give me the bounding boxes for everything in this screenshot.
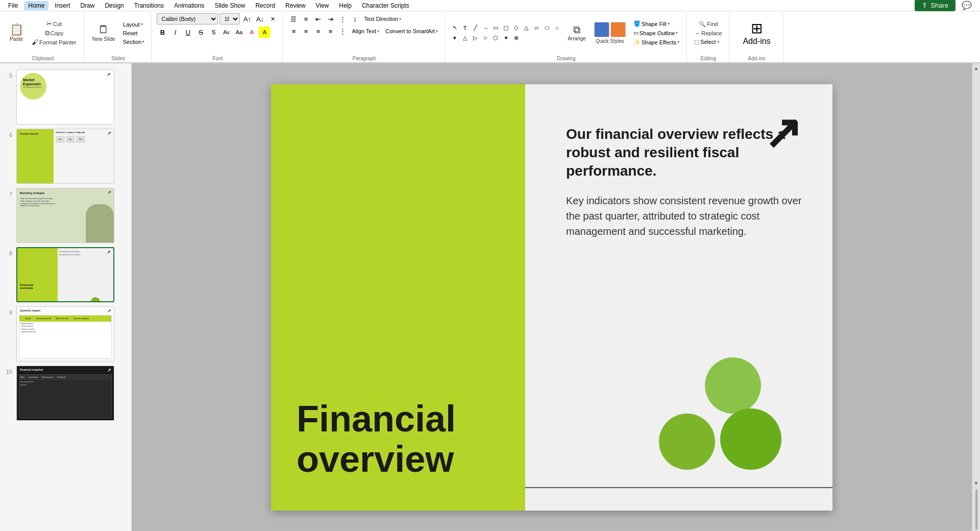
editing-group: 🔍 Find ↔ Replace ⬚ Select ▾ Editing <box>688 13 729 62</box>
font-family-select[interactable]: Calibri (Body) <box>157 13 218 25</box>
find-button[interactable]: 🔍 Find <box>692 20 725 29</box>
replace-button[interactable]: ↔ Replace <box>692 29 725 37</box>
text-direction-button[interactable]: Text Direction ▾ <box>361 15 404 23</box>
indent-decrease-button[interactable]: ⇤ <box>312 13 324 25</box>
slide-thumb-5[interactable]: MarketExpansion Unlocking new horizons ↗ <box>16 69 114 125</box>
char-spacing-button[interactable]: Av <box>220 27 232 38</box>
slide-item-8[interactable]: 8 Financialoverview Our financial overvi… <box>0 245 131 304</box>
scrollbar-thumb[interactable] <box>975 489 977 530</box>
shape-s4[interactable]: ⬡ <box>491 34 500 43</box>
bullets-button[interactable]: ☰ <box>288 13 299 25</box>
shadow-button[interactable]: S <box>208 27 219 38</box>
slide-thumb-7[interactable]: Marketing strategies • Implement persona… <box>16 188 114 243</box>
scrollbar-down[interactable]: ▼ <box>972 478 980 488</box>
increase-font-button[interactable]: A↑ <box>241 13 253 25</box>
slide-title[interactable]: Financial overview <box>297 399 500 479</box>
find-label: Find <box>707 21 718 27</box>
section-button[interactable]: Section ▾ <box>120 38 148 46</box>
columns-button[interactable]: ⋮ <box>337 13 348 25</box>
align-text-button[interactable]: Align Text ▾ <box>349 27 382 35</box>
shape-rect[interactable]: ▭ <box>491 23 500 33</box>
font-size-select[interactable]: 18 <box>219 13 240 25</box>
indent-increase-button[interactable]: ⇥ <box>325 13 336 25</box>
align-options-button[interactable]: ⋮ <box>337 26 348 37</box>
menu-help[interactable]: Help <box>335 1 356 10</box>
addins-button[interactable]: ⊞ Add-ins <box>734 18 778 48</box>
shape-s1[interactable]: △ <box>460 34 470 43</box>
shape-s6[interactable]: ⊕ <box>511 34 521 43</box>
shape-effects-button[interactable]: ✨ Shape Effects ▾ <box>631 38 682 46</box>
shape-line[interactable]: ╱ <box>471 23 480 33</box>
comments-button[interactable]: 💬 <box>958 1 976 10</box>
shape-s3[interactable]: ☆ <box>481 34 490 43</box>
strikethrough-button[interactable]: S <box>195 27 206 38</box>
qs-blue[interactable] <box>594 22 609 37</box>
shape-s2[interactable]: ▷ <box>471 34 480 43</box>
copy-button[interactable]: ⧉ Copy <box>29 29 80 37</box>
shape-round-rect[interactable]: ▢ <box>501 23 510 33</box>
shape-s5[interactable]: ✦ <box>501 34 510 43</box>
shape-triangle[interactable]: △ <box>522 23 531 33</box>
numbering-button[interactable]: ≡ <box>300 13 311 25</box>
qs-orange[interactable] <box>610 22 626 37</box>
quick-styles-button[interactable]: Quick Styles <box>591 18 629 49</box>
slide-item-5[interactable]: 5 MarketExpansion Unlocking new horizons… <box>0 67 131 127</box>
menu-draw[interactable]: Draw <box>76 1 99 10</box>
slide-body-text[interactable]: Key indicators show consistent revenue g… <box>566 193 802 239</box>
format-painter-button[interactable]: 🖌 Format Painter <box>29 38 80 46</box>
slide-thumb-9[interactable]: Quarterly targets ↗ QuarterRevenue growt… <box>16 306 114 361</box>
highlight-button[interactable]: A <box>259 27 270 38</box>
align-left-button[interactable]: ≡ <box>288 26 299 37</box>
shape-fill-button[interactable]: 🪣 Shape Fill ▾ <box>631 19 682 28</box>
align-right-button[interactable]: ≡ <box>312 26 324 37</box>
line-spacing-button[interactable]: ↕ <box>349 13 360 25</box>
menu-animations[interactable]: Animations <box>170 1 208 10</box>
menu-slideshow[interactable]: Slide Show <box>210 1 249 10</box>
arrange-button[interactable]: ⧉ Arrange <box>565 18 589 49</box>
slide-item-10[interactable]: 10 Financial snapshot ↗ MetricCurrent va… <box>0 364 131 423</box>
scrollbar-up[interactable]: ▲ <box>972 63 980 73</box>
shape-text[interactable]: T <box>460 23 470 33</box>
paragraph-group: ☰ ≡ ⇤ ⇥ ⋮ ↕ Text Direction ▾ ≡ ≡ ≡ ≡ <box>284 13 445 62</box>
justify-button[interactable]: ≡ <box>325 26 336 37</box>
change-case-button[interactable]: Aa <box>233 27 244 38</box>
menu-design[interactable]: Design <box>101 1 128 10</box>
slide-thumb-6[interactable]: Product launch PRODUCT LAUNCH TIMELINE B… <box>16 129 114 184</box>
shape-cylinder[interactable]: ⬭ <box>542 23 551 33</box>
bold-button[interactable]: B <box>157 27 168 38</box>
paste-button[interactable]: 📋 Paste <box>6 18 27 49</box>
menu-record[interactable]: Record <box>251 1 279 10</box>
shape-arrow[interactable]: → <box>481 23 490 33</box>
convert-smartart-button[interactable]: Convert to SmartArt ▾ <box>383 27 440 35</box>
slide-item-7[interactable]: 7 Marketing strategies • Implement perso… <box>0 186 131 245</box>
reset-button[interactable]: Reset <box>120 29 148 37</box>
menu-character-scripts[interactable]: Character Scripts <box>358 1 413 10</box>
share-button[interactable]: ⇑ Share <box>915 0 955 11</box>
shape-diamond[interactable]: ◇ <box>511 23 521 33</box>
slide-item-9[interactable]: 9 Quarterly targets ↗ QuarterRevenue gro… <box>0 304 131 364</box>
shape-more[interactable]: ▾ <box>450 34 459 43</box>
cut-button[interactable]: ✂ Cut <box>29 19 80 28</box>
menu-view[interactable]: View <box>311 1 333 10</box>
menu-file[interactable]: File <box>4 1 22 10</box>
shape-cursor[interactable]: ↖ <box>450 23 459 33</box>
decrease-font-button[interactable]: A↓ <box>254 13 265 25</box>
select-button[interactable]: ⬚ Select ▾ <box>692 38 725 46</box>
menu-home[interactable]: Home <box>24 1 48 10</box>
layout-button[interactable]: Layout ▾ <box>120 20 148 29</box>
shape-outline-button[interactable]: ▭ Shape Outline ▾ <box>631 29 682 37</box>
shape-parallelogram[interactable]: ▱ <box>532 23 541 33</box>
menu-review[interactable]: Review <box>281 1 309 10</box>
shape-oval[interactable]: ○ <box>552 23 561 33</box>
slide-thumb-10[interactable]: Financial snapshot ↗ MetricCurrent value… <box>16 366 114 421</box>
font-color-button[interactable]: A <box>246 27 257 38</box>
menu-insert[interactable]: Insert <box>51 1 74 10</box>
slide-item-6[interactable]: 6 Product launch PRODUCT LAUNCH TIMELINE… <box>0 127 131 186</box>
menu-transitions[interactable]: Transitions <box>130 1 168 10</box>
new-slide-button[interactable]: 🗒 New Slide <box>89 18 118 49</box>
italic-button[interactable]: I <box>169 27 181 38</box>
underline-button[interactable]: U <box>182 27 193 38</box>
clear-format-button[interactable]: ✕ <box>267 13 278 25</box>
slide-thumb-8[interactable]: Financialoverview Our financial overview… <box>16 247 114 302</box>
align-center-button[interactable]: ≡ <box>300 26 311 37</box>
